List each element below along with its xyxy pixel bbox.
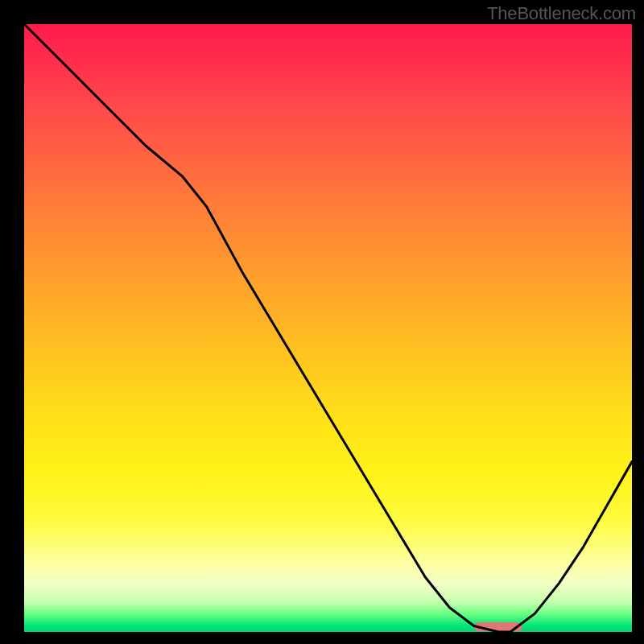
bottleneck-chart: TheBottleneck.com [0,0,644,644]
curve-svg [24,24,632,632]
bottleneck-curve-line [24,24,632,632]
plot-area [24,24,632,632]
watermark-text: TheBottleneck.com [487,3,636,24]
